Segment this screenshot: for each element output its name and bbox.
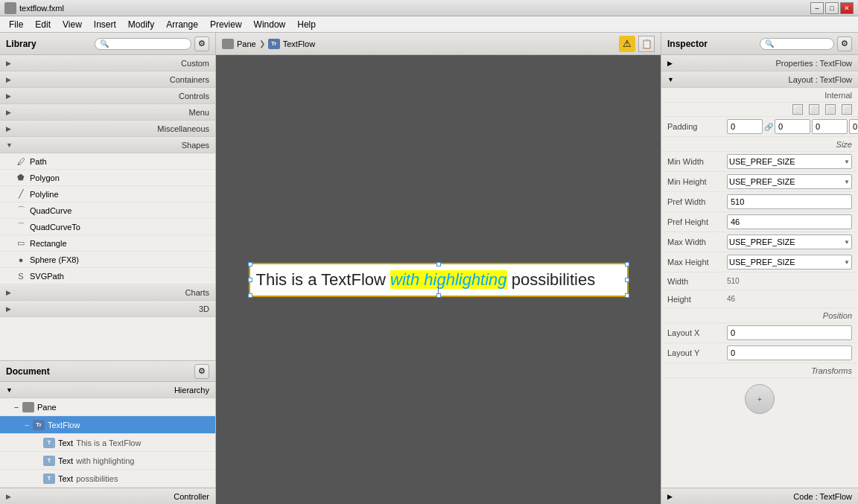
- breadcrumb-textflow-label: TextFlow: [283, 39, 315, 48]
- path-label: Path: [30, 157, 47, 166]
- max-height-dropdown[interactable]: USE_PREF_SIZE ▼: [727, 255, 852, 269]
- text2-label: Text: [58, 456, 73, 465]
- layout-x-input[interactable]: [727, 325, 852, 340]
- menu-edit[interactable]: Edit: [29, 18, 57, 31]
- section-shapes[interactable]: ▼ Shapes: [0, 137, 215, 153]
- polygon-label: Polygon: [30, 173, 60, 182]
- properties-section-header[interactable]: ▶ Properties : TextFlow: [661, 55, 858, 71]
- inspector-search-input[interactable]: [776, 39, 829, 48]
- inspector-footer[interactable]: ▶ Code : TextFlow: [661, 488, 858, 504]
- 3d-arrow-icon: ▶: [6, 305, 11, 313]
- menu-file[interactable]: File: [3, 18, 29, 31]
- transforms-area: +: [661, 378, 858, 420]
- shapes-arrow-icon: ▼: [6, 141, 13, 149]
- section-custom[interactable]: ▶ Custom: [0, 55, 215, 71]
- maximize-button[interactable]: □: [825, 2, 839, 14]
- section-3d[interactable]: ▶ 3D: [0, 301, 215, 317]
- pref-width-input[interactable]: [727, 194, 852, 209]
- max-width-dropdown[interactable]: USE_PREF_SIZE ▼: [727, 235, 852, 249]
- custom-label: Custom: [16, 59, 209, 68]
- menu-view[interactable]: View: [57, 18, 88, 31]
- transforms-plus-icon: +: [757, 395, 762, 403]
- library-scroll: ▶ Custom ▶ Containers ▶ Controls ▶ Menu …: [0, 55, 215, 360]
- minimize-button[interactable]: –: [810, 2, 824, 14]
- library-gear-button[interactable]: ⚙: [194, 36, 209, 51]
- pane-label: Pane: [37, 403, 57, 412]
- inspector-search-box[interactable]: 🔍: [760, 38, 834, 50]
- menu-insert[interactable]: Insert: [88, 18, 122, 31]
- quadcurve-label: QuadCurve: [30, 206, 72, 215]
- list-item[interactable]: 🖊 Path: [0, 153, 215, 170]
- size-label: Size: [836, 140, 852, 149]
- handle-top-right[interactable]: [625, 262, 629, 267]
- hierarchy-text-3[interactable]: T Text possibilities: [0, 470, 215, 488]
- padding-row: Padding 🔗: [661, 117, 858, 137]
- handle-top-center[interactable]: [436, 262, 441, 267]
- min-width-dropdown[interactable]: USE_PREF_SIZE ▼: [727, 154, 852, 169]
- document-gear-button[interactable]: ⚙: [194, 364, 209, 379]
- min-height-row: Min Height USE_PREF_SIZE ▼: [661, 172, 858, 192]
- padding-left-input[interactable]: [849, 119, 858, 134]
- menu-help[interactable]: Help: [291, 18, 322, 31]
- main-area: Library 🔍 ⚙ ▶ Custom ▶ Containers ▶ Con: [0, 33, 858, 504]
- list-item[interactable]: ⌒ QuadCurveTo: [0, 219, 215, 235]
- padding-top-input[interactable]: [727, 119, 763, 134]
- canvas-inspector-button[interactable]: 📋: [638, 36, 655, 52]
- textflow-breadcrumb-icon: Tr: [268, 39, 280, 49]
- textflow-element[interactable]: This is a TextFlow with highlighting pos…: [249, 263, 629, 297]
- quadcurveto-label: QuadCurveTo: [30, 223, 80, 232]
- min-height-dropdown[interactable]: USE_PREF_SIZE ▼: [727, 174, 852, 189]
- inspector-gear-button[interactable]: ⚙: [837, 36, 852, 51]
- size-section-label: Size: [661, 137, 858, 152]
- hierarchy-text-1[interactable]: T Text This is a TextFlow: [0, 434, 215, 452]
- hierarchy-text-2[interactable]: T Text with highlighting: [0, 452, 215, 470]
- library-search-box[interactable]: 🔍: [95, 38, 191, 50]
- menu-arrange[interactable]: Arrange: [160, 18, 204, 31]
- warning-icon[interactable]: ⚠: [619, 36, 635, 52]
- breadcrumb-textflow[interactable]: Tr TextFlow: [268, 39, 315, 49]
- rectangle-icon: ▭: [15, 237, 27, 249]
- section-containers[interactable]: ▶ Containers: [0, 71, 215, 88]
- transforms-circle-button[interactable]: +: [745, 384, 775, 414]
- layout-section-header[interactable]: ▼ Layout : TextFlow: [661, 71, 858, 88]
- list-item[interactable]: ⌒ QuadCurve: [0, 202, 215, 219]
- hierarchy-pane[interactable]: – Pane: [0, 398, 215, 416]
- padding-fields: 🔗: [727, 119, 858, 134]
- controls-arrow-icon: ▶: [6, 92, 11, 100]
- menu-preview[interactable]: Preview: [204, 18, 248, 31]
- section-menu[interactable]: ▶ Menu: [0, 104, 215, 121]
- library-search-input[interactable]: [111, 39, 186, 48]
- controller-footer[interactable]: ▶ Controller: [0, 488, 215, 504]
- inspector-scroll: ▶ Properties : TextFlow ▼ Layout : TextF…: [661, 55, 858, 488]
- breadcrumb-pane-label: Pane: [237, 39, 256, 48]
- canvas-content[interactable]: This is a TextFlow with highlighting pos…: [216, 55, 661, 504]
- padding-bottom-input[interactable]: [812, 119, 848, 134]
- inspector-header: Inspector 🔍 ⚙: [661, 33, 858, 55]
- close-button[interactable]: ✕: [840, 2, 854, 14]
- hierarchy-textflow[interactable]: – Tr TextFlow: [0, 416, 215, 434]
- handle-middle-left[interactable]: [248, 278, 252, 282]
- properties-label: Properties : TextFlow: [676, 59, 852, 68]
- list-item[interactable]: ⬟ Polygon: [0, 170, 215, 186]
- handle-middle-right[interactable]: [625, 278, 629, 282]
- layout-y-input[interactable]: [727, 345, 852, 360]
- handle-top-left[interactable]: [248, 262, 252, 267]
- list-item[interactable]: ● Sphere (FX8): [0, 252, 215, 268]
- section-miscellaneous[interactable]: ▶ Miscellaneous: [0, 121, 215, 137]
- section-charts[interactable]: ▶ Charts: [0, 284, 215, 301]
- min-width-dropdown-arrow: ▼: [844, 159, 850, 165]
- menu-modify[interactable]: Modify: [122, 18, 160, 31]
- pad-icon-br: ⬜: [842, 104, 852, 115]
- layout-x-row: Layout X: [661, 323, 858, 343]
- section-controls[interactable]: ▶ Controls: [0, 88, 215, 104]
- breadcrumb-pane[interactable]: Pane: [222, 39, 256, 49]
- padding-right-input[interactable]: [775, 119, 810, 134]
- list-item[interactable]: ▭ Rectangle: [0, 235, 215, 252]
- list-item[interactable]: ╱ Polyline: [0, 186, 215, 202]
- canvas-toolbar: Pane ❯ Tr TextFlow ⚠ 📋: [216, 33, 661, 55]
- text2-expand-icon: [33, 456, 42, 465]
- menu-window[interactable]: Window: [248, 18, 292, 31]
- list-item[interactable]: S SVGPath: [0, 268, 215, 284]
- controller-label: Controller: [16, 492, 209, 501]
- pref-height-input[interactable]: [727, 214, 852, 229]
